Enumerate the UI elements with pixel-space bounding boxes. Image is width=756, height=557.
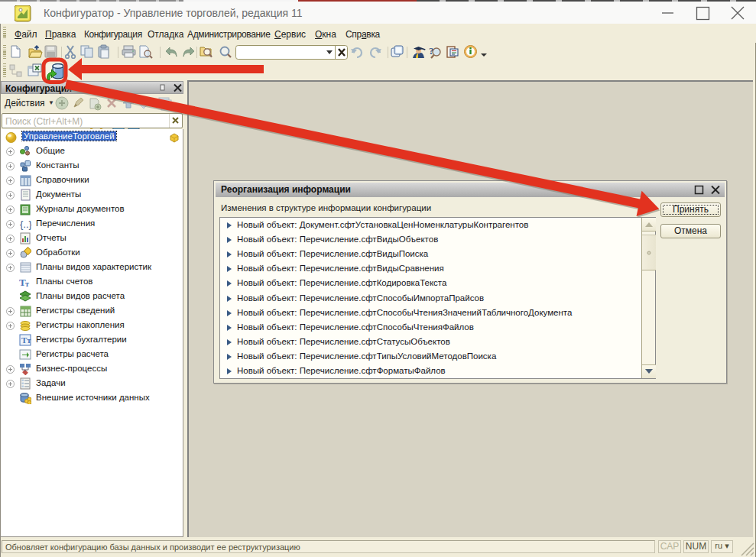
svg-text:Тт: Тт xyxy=(21,335,31,345)
svg-text:{..}: {..} xyxy=(20,219,31,230)
svg-text:т: т xyxy=(25,280,29,288)
